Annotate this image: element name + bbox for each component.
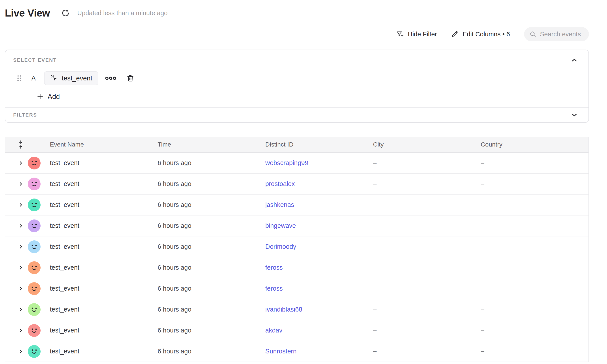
- distinct-id-link[interactable]: bingewave: [265, 222, 296, 229]
- distinct-id-link[interactable]: webscraping99: [265, 159, 308, 166]
- expand-row-button[interactable]: [16, 305, 26, 314]
- distinct-id-link[interactable]: ivandiblasi68: [265, 306, 303, 313]
- time-cell: 6 hours ago: [157, 201, 265, 208]
- country-cell: –: [481, 180, 589, 187]
- time-cell: 6 hours ago: [157, 222, 265, 229]
- table-body: test_event 6 hours ago webscraping99 – –: [5, 153, 589, 362]
- city-cell: –: [373, 327, 481, 334]
- event-name-cell: test_event: [50, 348, 157, 355]
- trash-icon: [126, 74, 135, 82]
- expand-row-button[interactable]: [16, 347, 26, 356]
- toolbar: Hide Filter Edit Columns • 6: [5, 26, 589, 42]
- event-name-cell: test_event: [50, 243, 157, 250]
- expand-row-button[interactable]: [16, 179, 26, 189]
- delete-event-button[interactable]: [126, 74, 135, 82]
- event-name-cell: test_event: [50, 201, 157, 208]
- expand-filters-button[interactable]: [569, 110, 580, 120]
- event-options-button[interactable]: [105, 75, 116, 81]
- table-row: test_event 6 hours ago Dorimoody – –: [5, 236, 589, 257]
- country-cell: –: [481, 243, 589, 250]
- event-name-cell: test_event: [50, 264, 157, 271]
- hide-filter-label: Hide Filter: [408, 31, 437, 38]
- expand-row-button[interactable]: [16, 221, 26, 231]
- chevron-right-icon: [18, 223, 24, 229]
- avatar: [28, 282, 41, 295]
- chevron-right-icon: [18, 328, 24, 333]
- collapse-rows-button[interactable]: [16, 140, 26, 149]
- chevron-right-icon: [18, 244, 24, 250]
- filters-label: FILTERS: [13, 112, 37, 118]
- collapse-section-button[interactable]: [569, 55, 580, 65]
- page-title: Live View: [5, 7, 50, 19]
- distinct-id-link[interactable]: prostoalex: [265, 180, 295, 187]
- country-cell: –: [481, 222, 589, 229]
- refresh-button[interactable]: [60, 8, 70, 18]
- updated-status: Updated less than a minute ago: [77, 10, 168, 17]
- time-cell: 6 hours ago: [157, 306, 265, 313]
- edit-columns-label: Edit Columns • 6: [463, 31, 510, 38]
- table-row: test_event 6 hours ago bingewave – –: [5, 216, 589, 236]
- search-icon: [529, 31, 537, 38]
- chevron-down-icon: [571, 111, 578, 119]
- avatar: [28, 345, 41, 358]
- country-cell: –: [481, 306, 589, 313]
- drag-handle-icon[interactable]: [16, 75, 22, 82]
- refresh-icon: [61, 8, 70, 18]
- expand-row-button[interactable]: [16, 158, 26, 168]
- table-row: test_event 6 hours ago webscraping99 – –: [5, 153, 589, 174]
- distinct-id-link[interactable]: jashkenas: [265, 201, 294, 208]
- expand-row-button[interactable]: [16, 200, 26, 210]
- ellipsis-icon: [105, 75, 116, 81]
- query-panel: SELECT EVENT A: [5, 50, 589, 123]
- table-header: Event Name Time Distinct ID City Country: [5, 137, 589, 153]
- column-header-distinct-id: Distinct ID: [265, 141, 373, 148]
- events-table: Event Name Time Distinct ID City Country: [5, 137, 589, 362]
- filters-section: FILTERS: [5, 107, 589, 122]
- chevron-right-icon: [18, 265, 24, 271]
- expand-row-button[interactable]: [16, 326, 26, 335]
- edit-columns-button[interactable]: Edit Columns • 6: [451, 30, 510, 38]
- expand-row-button[interactable]: [16, 284, 26, 294]
- event-name-cell: test_event: [50, 327, 157, 334]
- live-view-page: Live View Updated less than a minute ago…: [5, 0, 589, 362]
- distinct-id-link[interactable]: feross: [265, 264, 283, 271]
- column-header-time: Time: [157, 141, 265, 148]
- time-cell: 6 hours ago: [157, 348, 265, 355]
- filter-plus-icon: [396, 30, 404, 38]
- expand-row-button[interactable]: [16, 263, 26, 273]
- time-cell: 6 hours ago: [157, 243, 265, 250]
- country-cell: –: [481, 264, 589, 271]
- avatar: [28, 157, 41, 169]
- country-cell: –: [481, 285, 589, 292]
- distinct-id-link[interactable]: Sunrostern: [265, 348, 297, 355]
- pencil-icon: [451, 30, 458, 38]
- distinct-id-link[interactable]: feross: [265, 285, 283, 292]
- table-row: test_event 6 hours ago prostoalex – –: [5, 174, 589, 195]
- city-cell: –: [373, 306, 481, 313]
- city-cell: –: [373, 243, 481, 250]
- city-cell: –: [373, 348, 481, 355]
- column-header-country: Country: [481, 141, 589, 148]
- country-cell: –: [481, 201, 589, 208]
- add-label: Add: [48, 93, 60, 101]
- event-row: A test_event: [13, 71, 580, 85]
- chevron-right-icon: [18, 286, 24, 291]
- distinct-id-link[interactable]: akdav: [265, 327, 282, 334]
- event-chip[interactable]: test_event: [44, 71, 98, 85]
- event-name-cell: test_event: [50, 285, 157, 292]
- distinct-id-link[interactable]: Dorimoody: [265, 243, 296, 250]
- hide-filter-button[interactable]: Hide Filter: [396, 30, 437, 38]
- add-event-button[interactable]: Add: [37, 93, 60, 101]
- expand-row-button[interactable]: [16, 242, 26, 252]
- avatar: [28, 261, 41, 274]
- avatar: [28, 198, 41, 211]
- event-chip-label: test_event: [62, 75, 92, 82]
- table-row: test_event 6 hours ago akdav – –: [5, 320, 589, 341]
- chevron-right-icon: [18, 181, 24, 187]
- plus-icon: [37, 93, 44, 100]
- avatar: [28, 324, 41, 337]
- select-event-section: SELECT EVENT A: [5, 50, 589, 107]
- city-cell: –: [373, 201, 481, 208]
- collapse-rows-icon: [17, 140, 24, 149]
- search-input[interactable]: [540, 31, 584, 38]
